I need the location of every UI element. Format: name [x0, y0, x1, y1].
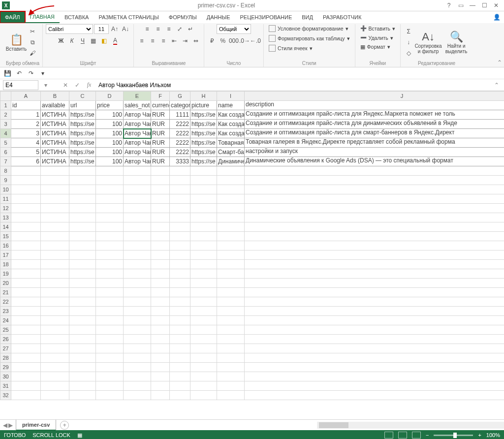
row-header[interactable]: 20 — [0, 279, 11, 288]
cell[interactable] — [151, 213, 170, 222]
cell[interactable] — [190, 391, 217, 400]
col-header-B[interactable]: B — [41, 92, 69, 101]
cell[interactable] — [170, 353, 190, 363]
cell[interactable] — [41, 166, 69, 176]
zoom-in-icon[interactable]: + — [478, 432, 481, 438]
cell[interactable] — [11, 269, 41, 279]
cell[interactable] — [217, 381, 245, 391]
view-normal-icon[interactable] — [384, 432, 393, 439]
cell[interactable] — [11, 307, 41, 316]
cancel-formula-icon[interactable]: ✕ — [61, 81, 70, 90]
cell[interactable] — [124, 241, 151, 251]
cell-styles-button[interactable]: Стили ячеек ▾ — [267, 44, 315, 53]
cell[interactable] — [245, 307, 504, 316]
cell[interactable] — [245, 297, 504, 307]
cell[interactable]: 2 — [11, 120, 41, 129]
cell[interactable] — [190, 353, 217, 363]
cell[interactable] — [11, 353, 41, 363]
sheet-tab[interactable]: primer-csv — [16, 420, 56, 431]
cell[interactable] — [217, 279, 245, 288]
cell[interactable] — [96, 353, 124, 363]
cell[interactable] — [170, 166, 190, 176]
cell[interactable] — [151, 260, 170, 269]
cell[interactable] — [11, 297, 41, 307]
cell[interactable]: https://se — [190, 138, 217, 148]
cell[interactable] — [217, 353, 245, 363]
row-header[interactable]: 27 — [0, 344, 11, 353]
cell[interactable] — [124, 381, 151, 391]
merge-cells-icon[interactable]: ⇔ — [191, 36, 201, 46]
cell[interactable] — [11, 288, 41, 297]
cell[interactable] — [151, 335, 170, 344]
borders-button[interactable]: ▦ — [89, 36, 98, 46]
cell[interactable]: Смарт-бан — [217, 148, 245, 157]
cell[interactable]: 100 — [96, 120, 124, 129]
cell[interactable]: 100 — [96, 129, 124, 138]
cell[interactable] — [170, 335, 190, 344]
cell[interactable] — [245, 241, 504, 251]
cell[interactable] — [151, 344, 170, 353]
cell[interactable] — [151, 194, 170, 204]
cell[interactable] — [217, 194, 245, 204]
cell[interactable] — [124, 166, 151, 176]
tab-formulas[interactable]: ФОРМУЛЫ — [164, 11, 202, 23]
col-header-C[interactable]: C — [69, 92, 96, 101]
cell[interactable] — [217, 325, 245, 335]
tab-page-layout[interactable]: РАЗМЕТКА СТРАНИЦЫ — [94, 11, 163, 23]
cell[interactable]: RUR — [151, 138, 170, 148]
cell[interactable] — [69, 269, 96, 279]
cell[interactable] — [124, 185, 151, 194]
cell[interactable] — [69, 232, 96, 241]
cell[interactable] — [124, 344, 151, 353]
cell[interactable]: 1 — [11, 110, 41, 120]
cell[interactable] — [11, 166, 41, 176]
cell[interactable]: https://se — [190, 148, 217, 157]
copy-icon[interactable]: ⧉ — [28, 37, 37, 47]
cell[interactable] — [170, 279, 190, 288]
cell[interactable] — [245, 344, 504, 353]
cell[interactable] — [170, 307, 190, 316]
cell[interactable] — [190, 232, 217, 241]
increase-font-icon[interactable]: A↑ — [110, 24, 120, 34]
cell[interactable] — [41, 391, 69, 400]
cell[interactable]: https://se — [69, 157, 96, 166]
cell[interactable] — [170, 260, 190, 269]
cell[interactable] — [41, 204, 69, 213]
ribbon-options-icon[interactable]: ▭ — [455, 1, 467, 10]
cell[interactable] — [217, 363, 245, 372]
cell[interactable] — [217, 335, 245, 344]
cell[interactable] — [170, 363, 190, 372]
clear-icon[interactable]: ◇ — [404, 48, 413, 58]
expand-formula-bar-icon[interactable]: ⌃ — [492, 81, 501, 90]
collapse-ribbon-icon[interactable]: ⌃ — [497, 59, 502, 66]
cell[interactable] — [217, 344, 245, 353]
cell[interactable] — [96, 316, 124, 325]
fill-icon[interactable]: ↓ — [404, 37, 413, 47]
cell[interactable] — [217, 372, 245, 381]
cell[interactable] — [11, 316, 41, 325]
cell[interactable] — [96, 260, 124, 269]
cell[interactable]: настройки и запуск — [245, 148, 504, 157]
row-header[interactable]: 11 — [0, 194, 11, 204]
cell[interactable]: Динамические объявления к Google Ads (DS… — [245, 157, 504, 166]
row-header[interactable]: 10 — [0, 185, 11, 194]
number-format-select[interactable]: Общий — [217, 24, 251, 34]
cell[interactable] — [124, 288, 151, 297]
cell[interactable] — [96, 213, 124, 222]
cell[interactable] — [69, 344, 96, 353]
row-header[interactable]: 3 — [0, 120, 11, 129]
cell[interactable] — [124, 176, 151, 185]
cell[interactable] — [96, 251, 124, 260]
cell[interactable] — [11, 213, 41, 222]
cell[interactable] — [69, 307, 96, 316]
save-icon[interactable]: 💾 — [3, 69, 12, 78]
row-header[interactable]: 2 — [0, 110, 11, 120]
cell[interactable] — [69, 335, 96, 344]
undo-icon[interactable]: ↶ — [15, 69, 24, 78]
cell[interactable] — [217, 288, 245, 297]
row-header[interactable]: 25 — [0, 325, 11, 335]
cell[interactable]: https://se — [190, 129, 217, 138]
cell[interactable] — [69, 288, 96, 297]
tab-insert[interactable]: ВСТАВКА — [60, 11, 94, 23]
cell[interactable] — [69, 194, 96, 204]
